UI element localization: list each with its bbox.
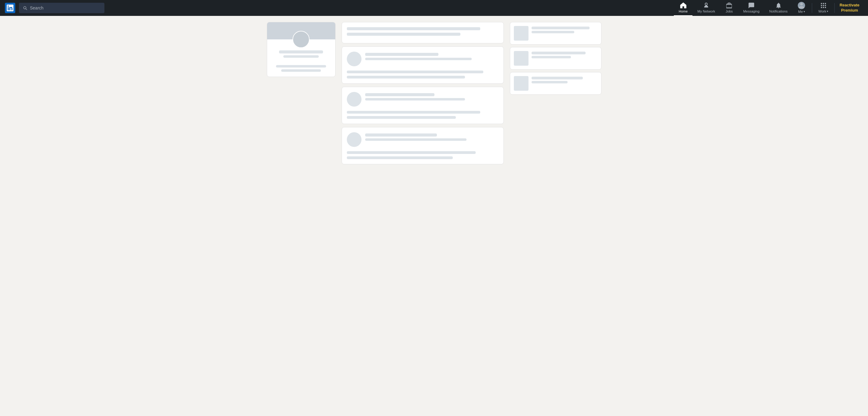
right-skeleton-2b — [531, 56, 571, 58]
feed-avatar-info-3 — [365, 92, 499, 100]
feed-name-skeleton-3 — [365, 93, 434, 96]
feed-body-2 — [347, 70, 499, 79]
feed-avatar-3 — [347, 92, 362, 107]
feed-body-skeleton-4a — [347, 151, 476, 154]
nav-jobs-label: Jobs — [726, 9, 733, 13]
messaging-icon — [748, 2, 755, 9]
jobs-icon — [726, 2, 733, 9]
right-thumb-3 — [514, 76, 528, 91]
right-skeleton-2a — [531, 52, 586, 54]
linkedin-logo[interactable] — [5, 3, 15, 13]
my-network-icon — [703, 2, 710, 9]
feed-body-skeleton-3a — [347, 111, 480, 114]
right-sidebar — [510, 22, 601, 164]
right-skeleton-3a — [531, 77, 583, 80]
feed-body-3 — [347, 111, 499, 119]
reactivate-premium-button[interactable]: Reactivate Premium — [836, 3, 863, 13]
right-info-2 — [531, 51, 597, 58]
right-thumb-2 — [514, 51, 528, 66]
feed-avatar-2 — [347, 52, 362, 66]
main-feed — [342, 22, 504, 164]
right-skeleton-1b — [531, 31, 574, 33]
feed-top-lines — [347, 27, 499, 36]
profile-name-skeleton — [279, 50, 323, 54]
nav-item-jobs[interactable]: Jobs — [720, 0, 738, 16]
feed-body-skeleton-2b — [347, 76, 465, 79]
feed-skeleton-1a — [347, 27, 480, 30]
nav-me-label: Me ▾ — [798, 10, 805, 13]
right-info-1 — [531, 26, 597, 33]
nav-my-network-label: My Network — [697, 9, 715, 13]
nav-notifications-label: Notifications — [769, 9, 788, 13]
nav-messaging-label: Messaging — [743, 9, 759, 13]
feed-title-skeleton-2 — [365, 58, 472, 60]
feed-card-3-header — [347, 92, 499, 107]
nav-items: Home My Network Jobs Messaging — [674, 0, 863, 16]
feed-card-4 — [342, 127, 504, 164]
reactivate-line1: Reactivate — [840, 3, 860, 7]
reactivate-line2: Premium — [841, 8, 858, 12]
feed-body-skeleton-3b — [347, 116, 456, 119]
nav-item-home[interactable]: Home — [674, 0, 692, 16]
linkedin-icon — [7, 5, 13, 11]
avatar — [798, 2, 805, 9]
right-card-2 — [510, 47, 601, 70]
feed-title-skeleton-3 — [365, 98, 465, 100]
left-sidebar — [267, 22, 336, 164]
right-skeleton-1a — [531, 27, 590, 29]
nav-item-me[interactable]: Me ▾ — [792, 0, 811, 16]
right-info-3 — [531, 76, 597, 83]
feed-card-4-header — [347, 132, 499, 147]
profile-avatar-wrap — [267, 31, 335, 48]
page-content — [262, 16, 606, 171]
feed-body-skeleton-2a — [347, 70, 483, 73]
feed-avatar-4 — [347, 132, 362, 147]
feed-name-skeleton-2 — [365, 53, 438, 56]
feed-skeleton-1b — [347, 33, 461, 36]
search-icon — [23, 5, 28, 10]
feed-card-2-header — [347, 52, 499, 66]
profile-avatar — [292, 31, 310, 48]
nav-divider — [812, 3, 812, 13]
profile-info — [267, 50, 335, 77]
feed-body-skeleton-4b — [347, 156, 453, 159]
nav-item-work[interactable]: Work ▾ — [813, 0, 833, 16]
notifications-icon — [775, 2, 782, 9]
nav-item-my-network[interactable]: My Network — [692, 0, 720, 16]
nav-work-label: Work ▾ — [818, 9, 828, 13]
feed-card-2 — [342, 47, 504, 84]
nav-divider-2 — [834, 3, 835, 13]
profile-detail-1-skeleton — [276, 65, 326, 67]
feed-avatar-info-2 — [365, 52, 499, 60]
search-input[interactable] — [30, 5, 101, 10]
nav-item-messaging[interactable]: Messaging — [738, 0, 764, 16]
feed-card-1 — [342, 22, 504, 43]
feed-avatar-info-4 — [365, 132, 499, 141]
user-icon — [798, 2, 805, 9]
profile-detail-2-skeleton — [281, 69, 320, 72]
feed-name-skeleton-4 — [365, 133, 437, 137]
right-card-1 — [510, 22, 601, 44]
profile-card — [267, 22, 336, 77]
nav-item-notifications[interactable]: Notifications — [765, 0, 793, 16]
nav-home-label: Home — [679, 9, 688, 13]
home-icon — [680, 2, 687, 9]
right-thumb-1 — [514, 26, 528, 41]
feed-title-skeleton-4 — [365, 138, 466, 141]
right-skeleton-3b — [531, 81, 568, 83]
feed-body-4 — [347, 151, 499, 159]
work-grid-icon — [820, 2, 827, 9]
search-bar[interactable] — [19, 3, 104, 13]
right-card-3 — [510, 72, 601, 95]
profile-title-skeleton — [283, 55, 318, 58]
navbar: Home My Network Jobs Messaging — [0, 0, 868, 16]
feed-card-3 — [342, 87, 504, 124]
